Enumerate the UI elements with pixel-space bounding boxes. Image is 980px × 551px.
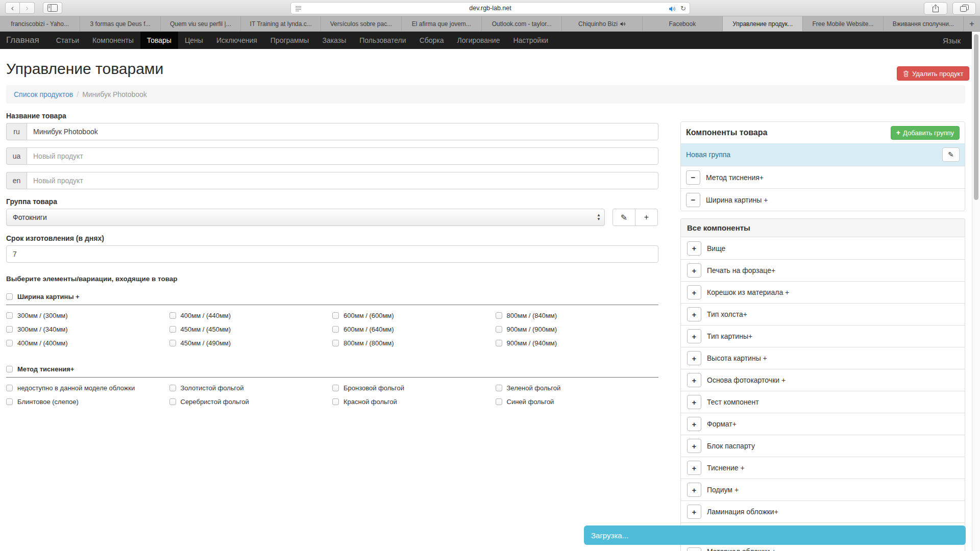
add-component-button[interactable]: + xyxy=(687,373,701,387)
checkbox-option[interactable]: 300мм / (300мм) xyxy=(6,312,169,319)
scrollbar-thumb[interactable] xyxy=(974,34,978,200)
add-component-group-button[interactable]: + Добавить группу xyxy=(891,126,960,140)
checkbox[interactable] xyxy=(332,312,339,319)
checkbox-option[interactable]: 400мм / (400мм) xyxy=(6,339,169,347)
checkbox[interactable] xyxy=(332,326,339,333)
checkbox-option[interactable]: Золотистой фольгой xyxy=(169,384,333,392)
checkbox[interactable] xyxy=(6,385,13,391)
tab-11[interactable]: Free Mobile Website... xyxy=(803,16,883,31)
nav-item-components[interactable]: Компоненты xyxy=(86,32,140,49)
checkbox[interactable] xyxy=(496,312,502,319)
tab-3[interactable]: Quem viu seu perfil |... xyxy=(161,16,241,31)
checkbox-option[interactable]: 600мм / (640мм) xyxy=(332,325,496,333)
checkbox-option[interactable]: 450мм / (450мм) xyxy=(169,325,333,333)
add-component-button[interactable]: + xyxy=(687,241,701,256)
tab-9[interactable]: Facebook xyxy=(643,16,723,31)
checkbox-option[interactable]: 800мм / (840мм) xyxy=(496,312,659,319)
new-group-row[interactable]: Новая группа ✎ xyxy=(681,143,965,166)
tab-5[interactable]: Versículos sobre pac... xyxy=(321,16,401,31)
tab-8[interactable]: Chiquinho Bizi xyxy=(562,16,642,31)
add-component-button[interactable]: + xyxy=(687,439,701,453)
checkbox-option[interactable]: Красной фольгой xyxy=(332,398,496,406)
add-component-button[interactable]: + xyxy=(687,547,701,551)
tab-7[interactable]: Outlook.com - taylor... xyxy=(482,16,562,31)
tab-6[interactable]: El afirma que jovem... xyxy=(402,16,482,31)
checkbox-option[interactable]: 300мм / (340мм) xyxy=(6,325,169,333)
checkbox-option[interactable]: 450мм / (490мм) xyxy=(169,339,333,347)
delete-product-button[interactable]: Удалить продукт xyxy=(897,66,969,81)
sidebar-toggle-button[interactable] xyxy=(43,2,62,14)
nav-item-prices[interactable]: Цены xyxy=(178,32,210,49)
product-name-input-ua[interactable] xyxy=(27,147,658,165)
nav-item-users[interactable]: Пользователи xyxy=(353,32,412,49)
nav-item-products-active[interactable]: Товары xyxy=(140,32,178,49)
share-button[interactable] xyxy=(924,2,947,15)
checkbox[interactable] xyxy=(6,326,13,333)
add-component-button[interactable]: + xyxy=(687,285,701,299)
checkbox-option[interactable]: 900мм / (940мм) xyxy=(496,339,659,347)
add-component-button[interactable]: + xyxy=(687,505,701,519)
checkbox-option[interactable]: Зеленой фольгой xyxy=(496,384,659,392)
tab-12[interactable]: Вживання сполучни... xyxy=(884,16,964,31)
section-width-checkbox[interactable] xyxy=(6,293,13,300)
product-name-input-ru[interactable] xyxy=(27,123,658,140)
nav-item-articles[interactable]: Статьи xyxy=(50,32,86,49)
nav-item-orders[interactable]: Заказы xyxy=(315,32,353,49)
checkbox-option[interactable]: недоступно в данной моделе обложки xyxy=(6,384,169,392)
checkbox-option[interactable]: Серебристой фольгой xyxy=(169,398,333,406)
nav-item-exceptions[interactable]: Исключения xyxy=(210,32,264,49)
checkbox[interactable] xyxy=(169,340,176,346)
checkbox[interactable] xyxy=(496,385,502,391)
production-term-input[interactable] xyxy=(6,245,658,263)
checkbox[interactable] xyxy=(332,385,339,391)
checkbox[interactable] xyxy=(169,398,176,405)
tab-2[interactable]: 3 formas que Deus f... xyxy=(80,16,160,31)
back-button[interactable]: ‹ xyxy=(5,2,20,14)
checkbox-option[interactable]: Бронзовой фольгой xyxy=(332,384,496,392)
checkbox[interactable] xyxy=(6,340,13,346)
page-scrollbar[interactable] xyxy=(972,32,980,551)
product-name-input-en[interactable] xyxy=(27,172,658,189)
checkbox[interactable] xyxy=(6,312,13,319)
add-component-button[interactable]: + xyxy=(687,307,701,321)
checkbox[interactable] xyxy=(496,326,502,333)
checkbox[interactable] xyxy=(496,398,502,405)
audio-speaker-icon[interactable] xyxy=(669,6,676,12)
checkbox[interactable] xyxy=(169,385,176,391)
tab-1[interactable]: franciscobizi - Yaho... xyxy=(0,16,80,31)
address-bar[interactable]: dev.rgb-lab.net ↻ xyxy=(290,2,690,14)
remove-component-button[interactable]: − xyxy=(686,170,700,185)
nav-item-build[interactable]: Сборка xyxy=(413,32,451,49)
checkbox[interactable] xyxy=(332,398,339,405)
checkbox[interactable] xyxy=(6,398,13,405)
checkbox-option[interactable]: 400мм / (440мм) xyxy=(169,312,333,319)
nav-item-programs[interactable]: Программы xyxy=(264,32,316,49)
add-component-button[interactable]: + xyxy=(687,351,701,365)
new-tab-button[interactable]: + xyxy=(964,16,980,31)
tab-10-active[interactable]: Управление продук... xyxy=(723,16,803,31)
checkbox-option[interactable]: Синей фольгой xyxy=(496,398,659,406)
nav-item-settings[interactable]: Настройки xyxy=(506,32,555,49)
product-group-select[interactable]: Фотокниги ▲▼ xyxy=(6,209,605,226)
add-group-button-main[interactable]: + xyxy=(635,209,658,226)
checkbox[interactable] xyxy=(169,312,176,319)
nav-item-logging[interactable]: Логирование xyxy=(451,32,507,49)
nav-item-language[interactable]: Язык xyxy=(943,32,961,49)
reload-icon[interactable]: ↻ xyxy=(680,5,686,13)
add-component-button[interactable]: + xyxy=(687,263,701,278)
checkbox-option[interactable]: Блинтовое (слепое) xyxy=(6,398,169,406)
checkbox-option[interactable]: 800мм / (800мм) xyxy=(332,339,496,347)
forward-button[interactable]: › xyxy=(20,2,35,14)
checkbox[interactable] xyxy=(169,326,176,333)
edit-group-button[interactable]: ✎ xyxy=(612,209,635,226)
checkbox-option[interactable]: 600мм / (600мм) xyxy=(332,312,496,319)
remove-component-button[interactable]: − xyxy=(686,193,700,207)
section-embossing-checkbox[interactable] xyxy=(6,366,13,372)
tab-4[interactable]: IT Training at lynda.c... xyxy=(241,16,321,31)
breadcrumb-products-link[interactable]: Список продуктов xyxy=(14,90,73,98)
checkbox-option[interactable]: 900мм / (900мм) xyxy=(496,325,659,333)
add-component-button[interactable]: + xyxy=(687,483,701,497)
add-component-button[interactable]: + xyxy=(687,417,701,431)
add-component-button[interactable]: + xyxy=(687,395,701,409)
add-component-button[interactable]: + xyxy=(687,461,701,475)
